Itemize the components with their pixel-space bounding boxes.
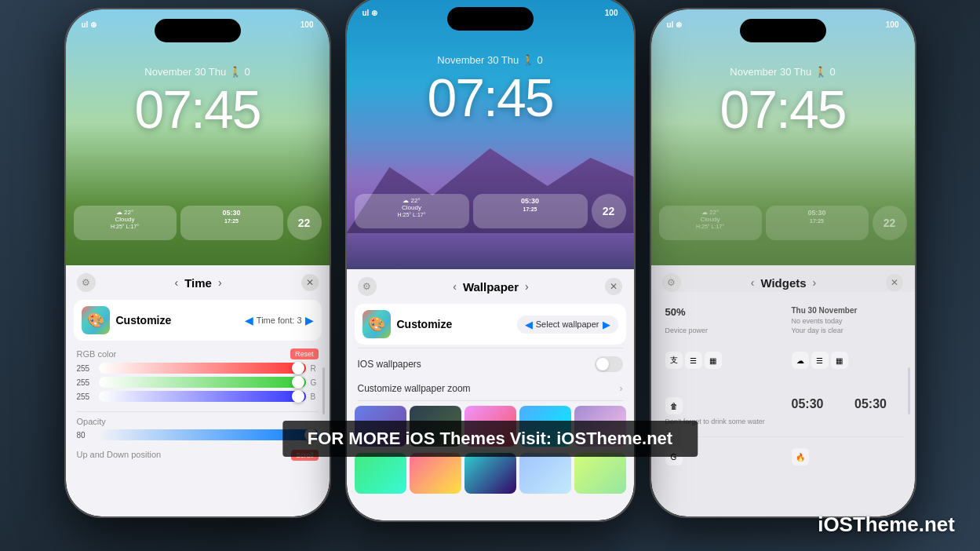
phone-2-divider-1 bbox=[358, 348, 623, 348]
phone-3-widgets-grid: 50% Device power Thu 30 November No even… bbox=[651, 297, 915, 435]
phone-1-customize-row[interactable]: 🎨 Customize ◀ Time font: 3 ▶ bbox=[74, 300, 322, 341]
phone-3-time-widget: 05:3017:25 bbox=[766, 206, 869, 240]
phone-2-panel-header: ⚙ ‹ Wallpaper › ✕ bbox=[347, 269, 634, 301]
phone-1-time-widget: 05:3017:25 bbox=[180, 206, 283, 240]
phone-1-bg bbox=[66, 9, 330, 292]
status-signal-2: ul ⊛ bbox=[362, 9, 378, 17]
phone-1-nav-back[interactable]: ‹ bbox=[174, 276, 178, 289]
wallpaper-thumb-7[interactable] bbox=[410, 453, 461, 494]
phone-2-ios-wallpapers-row: IOS wallpapers bbox=[347, 350, 634, 378]
phone-1-close-btn[interactable]: ✕ bbox=[301, 274, 319, 291]
watermark-banner: FOR MORE iOS Themes Visit: iOSTheme.net bbox=[282, 421, 698, 457]
phone-2-customize-label: Customize bbox=[397, 318, 511, 330]
phone-2-nav-back[interactable]: ‹ bbox=[453, 280, 457, 293]
phone-1-r-slider[interactable] bbox=[99, 363, 306, 374]
status-battery-3: 100 bbox=[886, 20, 899, 29]
fire-icon: 🔥 bbox=[792, 448, 809, 465]
phone-1-temp-widget: 22 bbox=[287, 206, 322, 240]
wallpaper-thumb-6[interactable] bbox=[355, 453, 406, 494]
widget-icon-scan1: ☰ bbox=[685, 352, 702, 369]
widget-icons-4[interactable]: ☁ ☰ ▦ bbox=[785, 345, 907, 386]
phone-1-panel-title: Time bbox=[184, 276, 212, 290]
phone-1-customize-icon: 🎨 bbox=[82, 306, 110, 334]
phone-2-settings-icon[interactable]: ⚙ bbox=[358, 277, 377, 296]
phone-3-status-bar: ul ⊛ 100 bbox=[651, 20, 915, 29]
phone-2-nav-fwd[interactable]: › bbox=[525, 280, 529, 293]
zoom-chevron: › bbox=[620, 383, 623, 394]
phone-1-b-label: B bbox=[311, 392, 319, 401]
phone-1-sliders: RGB color Reset 255 R 255 bbox=[66, 344, 330, 410]
phone-1-panel-header: ⚙ ‹ Time › ✕ bbox=[66, 265, 330, 297]
widget-power-pct: 50% bbox=[665, 306, 774, 318]
status-signal-1: ul ⊛ bbox=[82, 20, 97, 29]
phone-1-r-label: R bbox=[311, 364, 319, 373]
phone-1-wallpaper bbox=[66, 9, 330, 292]
phone-2-lock-widgets: ☁ 22°CloudyH:25° L:17° 05:3017:25 22 bbox=[355, 194, 626, 228]
phone-3-time: 07:45 bbox=[651, 78, 915, 140]
phone-2-customize-row[interactable]: 🎨 Customize ◀ Select wallpaper ▶ bbox=[355, 304, 626, 345]
select-fwd-arrow: ▶ bbox=[603, 319, 610, 330]
phone-1-panel-nav: ‹ Time › bbox=[174, 276, 221, 290]
phone-2-date: November 30 Thu 🚶 0 bbox=[347, 54, 634, 66]
phone-1-reset-btn[interactable]: Reset bbox=[290, 348, 319, 359]
phone-1-b-slider[interactable] bbox=[99, 391, 306, 402]
widget-icon-qr2: ▦ bbox=[831, 352, 848, 369]
widget-time-7[interactable]: 05:30 bbox=[848, 391, 907, 432]
phone-1-g-slider[interactable] bbox=[99, 377, 306, 388]
widget-device-power[interactable]: 50% Device power bbox=[659, 300, 781, 341]
phone-2-wallpaper-grid-2 bbox=[347, 450, 634, 497]
status-battery-2: 100 bbox=[605, 9, 618, 17]
phone-2-select-wallpaper-btn[interactable]: ◀ Select wallpaper ▶ bbox=[517, 316, 618, 334]
widget-reminder-icon: 🗑 bbox=[665, 397, 683, 414]
widget-time-pair: 05:30 05:30 bbox=[785, 391, 907, 432]
phone-2-panel-title: Wallpaper bbox=[463, 280, 519, 294]
phone-2-status-bar: ul ⊛ 100 bbox=[347, 9, 634, 17]
phone-2-close-btn[interactable]: ✕ bbox=[605, 278, 622, 295]
phone-1-status-bar: ul ⊛ 100 bbox=[66, 20, 330, 29]
phone-1-font-fwd[interactable]: ▶ bbox=[305, 314, 314, 327]
phone-2-customize-icon: 🎨 bbox=[362, 310, 391, 338]
phone-2-ios-toggle[interactable] bbox=[595, 356, 623, 372]
widget-cal-date: Thu 30 November bbox=[792, 306, 901, 315]
phone-1-divider bbox=[77, 411, 319, 412]
widget-icon-zhi: 支 bbox=[665, 352, 683, 369]
phone-2-panel: ⚙ ‹ Wallpaper › ✕ 🎨 Customize ◀ Select w… bbox=[347, 269, 634, 520]
phone-1-lock-widgets: ☁ 22°CloudyH:25° L:17° 05:3017:25 22 bbox=[74, 206, 322, 240]
phone-1-font-nav: ◀ Time font: 3 ▶ bbox=[245, 314, 314, 327]
widget-fire-icon[interactable]: 🔥 bbox=[785, 442, 907, 483]
phone-3-scroll-indicator bbox=[908, 367, 910, 414]
brand-text: iOSTheme.net bbox=[818, 513, 955, 536]
widget-calendar[interactable]: Thu 30 November No events today Your day… bbox=[785, 300, 907, 341]
phone-3-divider bbox=[662, 436, 904, 437]
phone-1-scroll-indicator bbox=[322, 367, 325, 414]
wallpaper-thumb-8[interactable] bbox=[464, 453, 516, 494]
phone-1-time: 07:45 bbox=[66, 78, 330, 140]
widget-icon-scan2: ☰ bbox=[811, 352, 829, 369]
widget-icon-qr1: ▦ bbox=[705, 352, 722, 369]
phone-1-font-back[interactable]: ◀ bbox=[245, 314, 253, 327]
phone-3-wallpaper bbox=[651, 9, 915, 292]
phone-1-r-row: 255 R bbox=[77, 363, 319, 374]
phone-1-customize-label: Customize bbox=[116, 314, 239, 327]
phone-2-weather-widget: ☁ 22°CloudyH:25° L:17° bbox=[355, 194, 469, 228]
phone-1-weather-widget: ☁ 22°CloudyH:25° L:17° bbox=[74, 206, 177, 240]
widget-time-6[interactable]: 05:30 bbox=[785, 391, 844, 432]
wallpaper-thumb-9[interactable] bbox=[519, 453, 571, 494]
phone-1-opacity-val: 80 bbox=[77, 431, 94, 440]
widget-icon-row-4: ☁ ☰ ▦ bbox=[792, 352, 901, 369]
watermark-text: FOR MORE iOS Themes Visit: iOSTheme.net bbox=[308, 429, 672, 448]
widget-cal-text: No events today bbox=[792, 317, 901, 325]
widget-icons-3[interactable]: 支 ☰ ▦ bbox=[659, 345, 781, 386]
wallpaper-thumb-10[interactable] bbox=[574, 453, 626, 494]
phone-3-weather-widget: ☁ 22°CloudyH:25° L:17° bbox=[659, 206, 762, 240]
phone-1-nav-fwd[interactable]: › bbox=[218, 276, 222, 289]
phone-1-rgb-label: RGB color Reset bbox=[77, 348, 319, 359]
status-signal-3: ul ⊛ bbox=[667, 20, 683, 29]
phone-2-zoom-row[interactable]: Customize wallpaper zoom › bbox=[347, 378, 634, 399]
phone-1-font-label: Time font: 3 bbox=[257, 316, 302, 325]
phone-2-divider-2 bbox=[358, 400, 623, 401]
phone-1-settings-icon[interactable]: ⚙ bbox=[77, 273, 96, 292]
phone-1-date: November 30 Thu 🚶 0 bbox=[66, 66, 330, 78]
phones-container: ul ⊛ 100 November 30 Thu 🚶 0 07:45 ☁ 22°… bbox=[0, 0, 980, 551]
phone-2-bg bbox=[347, 0, 634, 280]
